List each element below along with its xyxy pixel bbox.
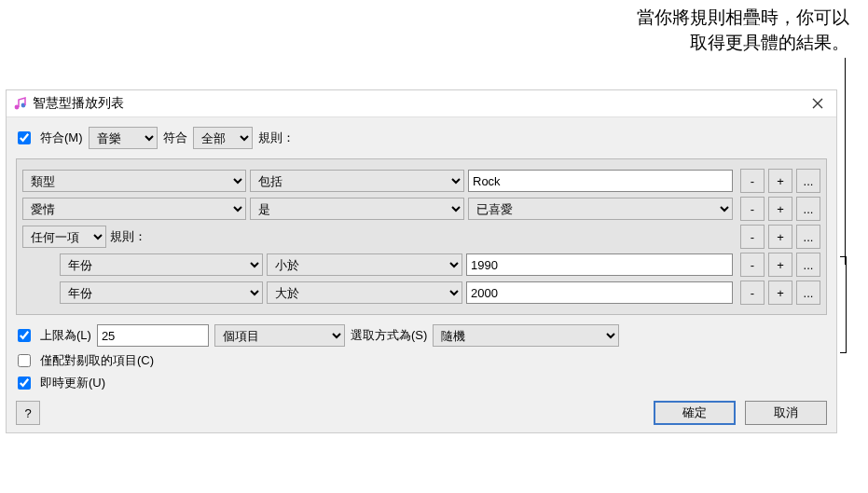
rule-row: 愛情 是 已喜愛 - + ... (22, 197, 820, 221)
dialog-body: 符合(M) 音樂 符合 全部 規則： 類型 包括 - (7, 117, 836, 432)
dialog-title: 智慧型播放列表 (33, 95, 805, 112)
remove-rule-button[interactable]: - (740, 169, 765, 193)
more-rule-button[interactable]: ... (796, 225, 820, 249)
match-source-select[interactable]: 音樂 (89, 127, 158, 149)
nested-rule-header: 任何一項 規則： - + ... (22, 225, 820, 249)
add-rule-button[interactable]: + (768, 281, 792, 305)
limit-checkbox[interactable] (18, 329, 31, 342)
match-middle-label: 符合 (163, 130, 187, 146)
add-rule-button[interactable]: + (768, 225, 792, 249)
limit-unit-select[interactable]: 個項目 (214, 324, 345, 347)
rule-field-select[interactable]: 愛情 (22, 198, 246, 220)
rules-panel: 類型 包括 - + ... 愛情 是 (16, 158, 827, 315)
app-icon (12, 96, 27, 111)
add-rule-button[interactable]: + (768, 169, 792, 193)
selected-by-select[interactable]: 隨機 (433, 324, 619, 347)
only-checked-checkbox[interactable] (18, 354, 31, 367)
more-rule-button[interactable]: ... (796, 169, 820, 193)
help-button[interactable]: ? (16, 401, 40, 425)
more-rule-button[interactable]: ... (796, 253, 820, 277)
rule-operator-select[interactable]: 大於 (267, 281, 462, 304)
match-suffix: 規則： (258, 130, 295, 146)
limit-value-input[interactable] (97, 324, 209, 347)
rule-field-select[interactable]: 年份 (60, 281, 263, 304)
add-rule-button[interactable]: + (768, 197, 792, 221)
smart-playlist-dialog: 智慧型播放列表 符合(M) 音樂 符合 全部 規則： 類型 (6, 89, 837, 433)
rule-operator-select[interactable]: 是 (250, 198, 464, 220)
annotation-line2: 取得更具體的結果。 (637, 31, 849, 56)
limit-label: 上限為(L) (40, 327, 91, 344)
nested-rule-bracket (845, 256, 847, 353)
match-label: 符合(M) (40, 130, 83, 146)
only-checked-label: 僅配對剔取的項目(C) (40, 352, 154, 369)
remove-rule-button[interactable]: - (740, 225, 765, 249)
match-row: 符合(M) 音樂 符合 全部 規則： (16, 127, 827, 149)
add-rule-button[interactable]: + (768, 253, 792, 277)
more-rule-button[interactable]: ... (796, 281, 820, 305)
cancel-button[interactable]: 取消 (745, 401, 827, 425)
dialog-footer: ? 確定 取消 (16, 401, 827, 425)
live-update-row: 即時更新(U) (16, 375, 827, 391)
annotation-line1: 當你將規則相疊時，你可以 (637, 6, 849, 31)
rule-row: 類型 包括 - + ... (22, 169, 820, 193)
live-update-checkbox[interactable] (18, 377, 31, 390)
rule-value-input[interactable] (466, 253, 733, 276)
match-condition-select[interactable]: 全部 (193, 127, 253, 149)
rule-field-select[interactable]: 年份 (60, 253, 263, 276)
ok-button[interactable]: 確定 (654, 401, 736, 425)
remove-rule-button[interactable]: - (740, 281, 765, 305)
match-checkbox[interactable] (18, 131, 31, 144)
nested-rule-row: 年份 小於 - + ... (60, 253, 820, 277)
options-section: 上限為(L) 個項目 選取方式為(S) 隨機 僅配對剔取的項目(C) 即時更新(… (16, 324, 827, 391)
nested-suffix: 規則： (110, 228, 146, 245)
remove-rule-button[interactable]: - (740, 197, 765, 221)
only-checked-row: 僅配對剔取的項目(C) (16, 352, 827, 369)
rule-operator-select[interactable]: 包括 (250, 170, 464, 192)
live-update-label: 即時更新(U) (40, 375, 105, 391)
rule-value-select[interactable]: 已喜愛 (468, 198, 733, 220)
nested-rule-row: 年份 大於 - + ... (60, 281, 820, 305)
rule-value-input[interactable] (468, 170, 733, 192)
annotation-text: 當你將規則相疊時，你可以 取得更具體的結果。 (637, 6, 849, 55)
nested-condition-select[interactable]: 任何一項 (22, 226, 106, 248)
title-bar: 智慧型播放列表 (7, 90, 836, 117)
close-button[interactable] (805, 94, 831, 113)
rule-operator-select[interactable]: 小於 (267, 253, 462, 276)
more-rule-button[interactable]: ... (796, 197, 820, 221)
limit-row: 上限為(L) 個項目 選取方式為(S) 隨機 (16, 324, 827, 347)
callout-vline (845, 58, 846, 265)
remove-rule-button[interactable]: - (740, 253, 765, 277)
rule-value-input[interactable] (466, 281, 733, 304)
selected-by-label: 選取方式為(S) (351, 327, 427, 344)
rule-field-select[interactable]: 類型 (22, 170, 246, 192)
